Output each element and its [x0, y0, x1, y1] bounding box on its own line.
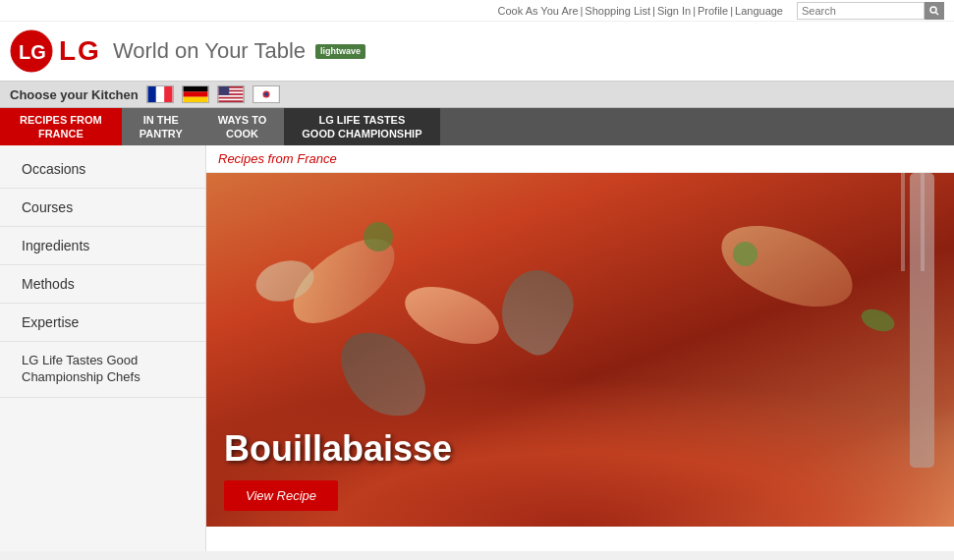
svg-rect-7: [183, 86, 207, 91]
sep2: |: [652, 5, 655, 17]
shopping-list-link[interactable]: Shopping List: [585, 5, 650, 17]
svg-point-0: [930, 7, 936, 13]
brand-name: LG: [59, 35, 101, 67]
top-nav-row: Cook As You Are | Shopping List | Sign I…: [0, 0, 954, 22]
profile-link[interactable]: Profile: [698, 5, 728, 17]
main-layout: Occasions Courses Ingredients Methods Ex…: [0, 145, 954, 551]
svg-rect-5: [156, 86, 164, 102]
lg-logo-icon: LG: [10, 29, 53, 73]
svg-rect-8: [183, 91, 207, 96]
svg-rect-6: [164, 86, 172, 102]
sep3: |: [693, 5, 696, 17]
language-link[interactable]: Language: [735, 5, 783, 17]
hero-image: Bouillabaisse View Recipe: [206, 173, 954, 527]
tagline-text: World on Your Table: [113, 38, 306, 64]
flag-france[interactable]: [146, 85, 174, 103]
cook-as-you-are-link[interactable]: Cook As You Are: [498, 5, 579, 17]
logo-row: LG LG World on Your Table lightwave: [0, 22, 954, 81]
sep4: |: [730, 5, 733, 17]
svg-line-1: [936, 12, 939, 15]
view-recipe-button[interactable]: View Recipe: [224, 480, 338, 511]
choose-kitchen-label: Choose your Kitchen: [10, 87, 139, 102]
sidebar: Occasions Courses Ingredients Methods Ex…: [0, 145, 206, 551]
sep1: |: [581, 5, 584, 17]
sign-in-link[interactable]: Sign In: [657, 5, 691, 17]
tabs-row: RECIPES FROMFRANCE IN THEPANTRY WAYS TOC…: [0, 108, 954, 145]
svg-text:LG: LG: [19, 41, 46, 63]
tab-lg-life-tastes[interactable]: LG LIFE TASTESGOOD CHAMPIONSHIP: [284, 108, 439, 145]
search-bar: [797, 2, 944, 20]
flag-usa[interactable]: [217, 85, 245, 103]
svg-point-18: [264, 92, 268, 96]
svg-rect-13: [218, 95, 243, 97]
kitchen-chooser-row: Choose your Kitchen: [0, 81, 954, 108]
lightwave-badge: lightwave: [315, 44, 365, 59]
sidebar-item-occasions[interactable]: Occasions: [0, 150, 205, 189]
flag-germany[interactable]: [182, 85, 209, 103]
svg-rect-4: [147, 86, 155, 102]
svg-rect-9: [183, 97, 207, 102]
tab-ways-to-cook[interactable]: WAYS TOCOOK: [200, 108, 285, 145]
hero-title: Bouillabaisse: [224, 428, 452, 470]
sidebar-item-expertise[interactable]: Expertise: [0, 304, 205, 342]
tab-recipes-from-france[interactable]: RECIPES FROMFRANCE: [0, 108, 122, 145]
header-wrapper: Cook As You Are | Shopping List | Sign I…: [0, 0, 954, 145]
search-button[interactable]: [925, 2, 944, 20]
breadcrumb: Recipes from France: [206, 145, 954, 173]
svg-rect-15: [218, 86, 229, 95]
content-area: Recipes from France Bouillabaisse: [206, 145, 954, 551]
sidebar-item-ingredients[interactable]: Ingredients: [0, 227, 205, 265]
sidebar-item-lg-life-chefs[interactable]: LG Life Tastes Good Championship Chefs: [0, 342, 205, 398]
svg-rect-14: [218, 98, 243, 100]
sidebar-item-courses[interactable]: Courses: [0, 189, 205, 227]
search-input[interactable]: [797, 2, 925, 20]
flag-korea[interactable]: [253, 85, 280, 103]
tab-in-the-pantry[interactable]: IN THEPANTRY: [122, 108, 200, 145]
sidebar-item-methods[interactable]: Methods: [0, 265, 205, 304]
search-icon: [929, 6, 939, 16]
